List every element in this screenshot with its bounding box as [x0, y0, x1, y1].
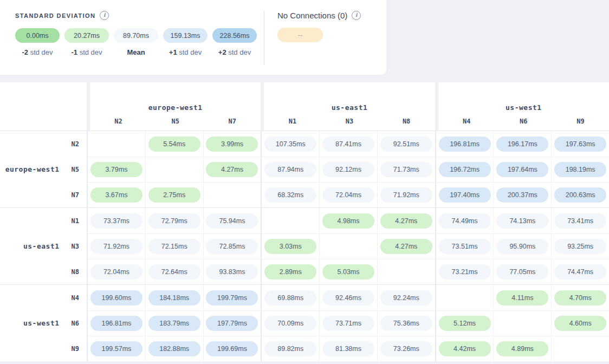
latency-pill[interactable]: 73.26ms — [380, 341, 432, 356]
matrix-row: 71.92ms72.15ms72.85ms3.03ms4.27ms73.51ms… — [88, 233, 609, 259]
latency-pill[interactable]: 92.46ms — [322, 290, 374, 306]
latency-pill[interactable]: 199.79ms — [206, 290, 258, 306]
latency-pill[interactable]: 2.75ms — [148, 187, 200, 203]
latency-pill[interactable]: 75.36ms — [380, 316, 432, 331]
latency-pill[interactable]: 89.82ms — [264, 341, 316, 356]
latency-pill[interactable]: 72.79ms — [148, 213, 200, 229]
latency-pill[interactable]: 73.51ms — [439, 239, 491, 254]
latency-pill[interactable]: 4.27ms — [206, 162, 258, 177]
latency-pill[interactable]: 2.89ms — [264, 264, 316, 280]
latency-pill[interactable]: 183.79ms — [148, 316, 200, 331]
column-group-europe-west1: europe-west1N2N5N7 — [87, 82, 261, 131]
matrix-cell: 199.69ms — [203, 336, 261, 361]
latency-pill[interactable]: 93.25ms — [554, 239, 606, 254]
matrix-cell: 183.79ms — [145, 311, 203, 336]
row-node-label: N4 — [72, 294, 79, 302]
matrix-cell: 5.54ms — [145, 131, 203, 157]
latency-pill[interactable]: 200.63ms — [554, 187, 606, 203]
matrix-cell: 89.82ms — [261, 336, 319, 361]
latency-pill[interactable]: 4.42ms — [439, 341, 491, 356]
matrix-cell: 4.27ms — [377, 234, 435, 259]
latency-pill[interactable]: 73.71ms — [322, 316, 374, 331]
legend-card: STANDARD DEVIATION i 0.00ms20.27ms89.70m… — [0, 0, 386, 75]
latency-pill[interactable]: 4.70ms — [554, 290, 606, 306]
latency-pill[interactable]: 3.79ms — [90, 162, 142, 177]
latency-pill[interactable]: 69.88ms — [264, 290, 316, 306]
latency-pill[interactable]: 75.94ms — [206, 213, 258, 229]
column-region-label: us-west1 — [506, 103, 542, 112]
latency-pill[interactable]: 93.83ms — [206, 264, 258, 280]
latency-pill[interactable]: 107.35ms — [264, 136, 316, 152]
latency-pill[interactable]: 199.69ms — [206, 341, 258, 356]
latency-pill[interactable]: 197.64ms — [496, 162, 548, 177]
latency-pill[interactable]: 196.81ms — [439, 136, 491, 152]
row-node-label: N7 — [72, 191, 79, 199]
latency-pill[interactable]: 73.21ms — [439, 264, 491, 280]
matrix-cell: 75.36ms — [377, 311, 435, 336]
latency-pill[interactable]: 72.15ms — [148, 239, 200, 254]
latency-pill[interactable]: 4.27ms — [380, 239, 432, 254]
latency-pill[interactable]: 198.19ms — [554, 162, 606, 177]
latency-pill[interactable]: 92.12ms — [322, 162, 374, 177]
latency-pill[interactable]: 72.64ms — [148, 264, 200, 280]
matrix-cell: 2.89ms — [261, 259, 319, 284]
latency-pill[interactable]: 70.09ms — [264, 316, 316, 331]
latency-pill[interactable]: 184.18ms — [148, 290, 200, 306]
matrix-cell: 4.27ms — [203, 157, 261, 182]
latency-pill[interactable]: 92.51ms — [380, 136, 432, 152]
latency-pill[interactable]: 200.37ms — [496, 187, 548, 203]
latency-pill[interactable]: 5.54ms — [148, 136, 200, 152]
latency-pill[interactable]: 72.04ms — [90, 264, 142, 280]
matrix-cell: 196.81ms — [88, 311, 145, 336]
latency-pill[interactable]: 95.90ms — [496, 239, 548, 254]
row-node-label: N8 — [72, 268, 79, 276]
latency-pill[interactable]: 4.89ms — [496, 341, 548, 356]
latency-pill[interactable]: 5.03ms — [322, 264, 374, 280]
latency-pill[interactable]: 4.98ms — [322, 213, 374, 229]
latency-pill[interactable]: 182.88ms — [148, 341, 200, 356]
latency-pill[interactable]: 196.81ms — [90, 316, 142, 331]
matrix-corner — [0, 82, 87, 131]
matrix-row: 72.04ms72.64ms93.83ms2.89ms5.03ms73.21ms… — [88, 259, 609, 284]
latency-pill[interactable]: 87.94ms — [264, 162, 316, 177]
matrix-cell: 71.92ms — [377, 183, 435, 207]
latency-pill[interactable]: 68.32ms — [264, 187, 316, 203]
latency-pill[interactable]: 74.47ms — [554, 264, 606, 280]
latency-pill[interactable]: 197.40ms — [439, 187, 491, 203]
latency-pill[interactable]: 199.60ms — [90, 290, 142, 306]
latency-pill[interactable]: 3.99ms — [206, 136, 258, 152]
latency-pill[interactable]: 4.11ms — [496, 290, 548, 306]
latency-pill[interactable]: 81.38ms — [322, 341, 374, 356]
info-icon[interactable]: i — [352, 11, 361, 20]
latency-pill[interactable]: 74.13ms — [496, 213, 548, 229]
latency-pill[interactable]: 71.92ms — [90, 239, 142, 254]
latency-pill[interactable]: 5.12ms — [439, 316, 491, 331]
latency-pill[interactable]: 196.17ms — [496, 136, 548, 152]
latency-pill[interactable]: 72.04ms — [322, 187, 374, 203]
latency-pill[interactable]: 87.41ms — [322, 136, 374, 152]
no-connections-title: No Connections (0) — [277, 11, 347, 20]
latency-pill[interactable]: 71.73ms — [380, 162, 432, 177]
row-label: N1 — [0, 208, 87, 233]
latency-pill[interactable]: 197.79ms — [206, 316, 258, 331]
latency-pill[interactable]: 4.60ms — [554, 316, 606, 331]
matrix-cell: 71.92ms — [88, 234, 145, 259]
latency-pill[interactable]: 77.05ms — [496, 264, 548, 280]
row-group-europe-west1: N2europe-west1N5N75.54ms3.99ms107.35ms87… — [0, 131, 609, 207]
latency-pill[interactable]: 72.85ms — [206, 239, 258, 254]
latency-pill[interactable]: 199.57ms — [90, 341, 142, 356]
matrix-cell: 107.35ms — [261, 131, 319, 157]
latency-pill[interactable]: 92.24ms — [380, 290, 432, 306]
matrix-cell: 182.88ms — [145, 336, 203, 361]
latency-pill[interactable]: 73.41ms — [554, 213, 606, 229]
latency-pill[interactable]: 71.92ms — [380, 187, 432, 203]
info-icon[interactable]: i — [100, 11, 109, 20]
matrix-cell: 4.98ms — [319, 208, 377, 233]
latency-pill[interactable]: 196.72ms — [439, 162, 491, 177]
latency-pill[interactable]: 4.27ms — [380, 213, 432, 229]
latency-pill[interactable]: 3.67ms — [90, 187, 142, 203]
latency-pill[interactable]: 74.49ms — [439, 213, 491, 229]
latency-pill[interactable]: 197.63ms — [554, 136, 606, 152]
latency-pill[interactable]: 73.37ms — [90, 213, 142, 229]
latency-pill[interactable]: 3.03ms — [264, 239, 316, 254]
